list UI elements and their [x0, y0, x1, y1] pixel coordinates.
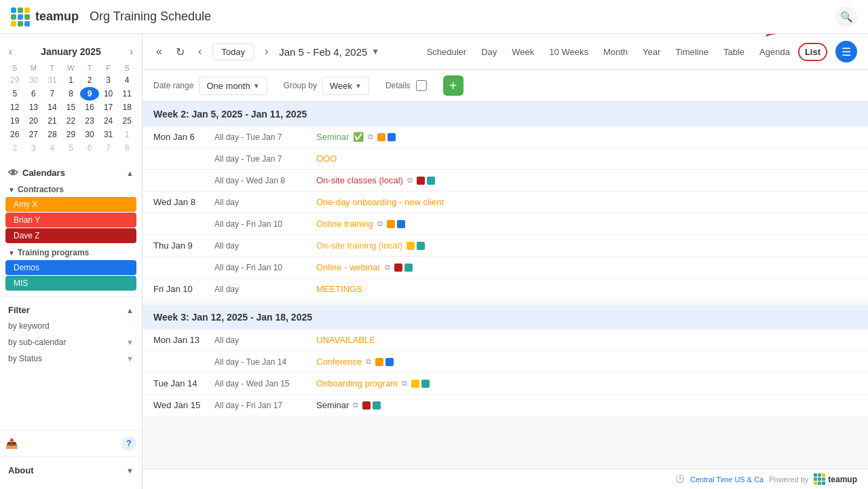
- cal-day[interactable]: 11: [117, 87, 136, 101]
- event-row[interactable]: Wed Jan 8All dayOne-day onboarding - new…: [143, 192, 868, 213]
- event-name[interactable]: Conference⧉: [316, 357, 857, 367]
- cal-day[interactable]: 26: [5, 128, 24, 141]
- cal-day[interactable]: 22: [62, 114, 81, 128]
- tab-scheduler[interactable]: Scheduler: [420, 43, 474, 60]
- cal-day[interactable]: 2: [5, 141, 24, 155]
- cal-day[interactable]: 5: [5, 87, 24, 101]
- cal-day[interactable]: 24: [99, 114, 118, 128]
- tab-day[interactable]: Day: [474, 43, 504, 60]
- cal-day[interactable]: 3: [24, 141, 43, 155]
- training-programs-header[interactable]: ▼ Training programs: [5, 246, 136, 259]
- cal-day[interactable]: 7: [43, 87, 62, 101]
- cal-day[interactable]: 12: [5, 101, 24, 114]
- cal-day[interactable]: 17: [99, 101, 118, 114]
- cal-day[interactable]: 2: [80, 73, 99, 87]
- event-name[interactable]: Online training⧉: [316, 219, 857, 229]
- cal-day[interactable]: 30: [80, 128, 99, 141]
- calendars-header[interactable]: 👁 Calendars ▲: [5, 163, 136, 183]
- cal-day[interactable]: 4: [117, 73, 136, 87]
- sidebar-item-brian[interactable]: Brian Y: [5, 213, 136, 228]
- event-name[interactable]: Seminar⧉: [316, 400, 857, 410]
- cal-day[interactable]: 5: [62, 141, 81, 155]
- cal-day[interactable]: 1: [117, 128, 136, 141]
- event-name[interactable]: MEETINGS: [316, 284, 857, 294]
- tab-list[interactable]: List: [798, 43, 827, 61]
- event-name[interactable]: Onboarding program⧉: [316, 378, 857, 388]
- cal-day[interactable]: 10: [99, 87, 118, 101]
- timezone-link[interactable]: Central Time US & Ca: [690, 475, 763, 484]
- cal-day[interactable]: 13: [24, 101, 43, 114]
- tab-agenda[interactable]: Agenda: [753, 43, 797, 60]
- help-button[interactable]: ?: [121, 436, 136, 451]
- cal-day[interactable]: 18: [117, 101, 136, 114]
- sidebar-item-demos[interactable]: Demos: [5, 260, 136, 275]
- add-event-button[interactable]: +: [443, 75, 464, 96]
- event-name[interactable]: Seminar✅⧉: [316, 132, 857, 142]
- cal-day[interactable]: 6: [80, 141, 99, 155]
- sidebar-item-mis[interactable]: MIS: [5, 276, 136, 291]
- event-name[interactable]: On-site training (local): [316, 240, 857, 251]
- refresh-button[interactable]: ↻: [173, 43, 187, 61]
- event-row[interactable]: Thu Jan 9All dayOn-site training (local): [143, 235, 868, 257]
- event-name[interactable]: UNAVAILABLE: [316, 335, 857, 345]
- cal-day[interactable]: 8: [117, 141, 136, 155]
- event-row[interactable]: All day - Fri Jan 10Online - webinar⧉: [143, 257, 868, 278]
- tab-year[interactable]: Year: [636, 43, 667, 60]
- filter-subcal[interactable]: by sub-calendar ▼: [5, 334, 136, 350]
- cal-day[interactable]: 15: [62, 101, 81, 114]
- event-row[interactable]: Fri Jan 10All dayMEETINGS: [143, 278, 868, 300]
- cal-day[interactable]: 21: [43, 114, 62, 128]
- tab-week[interactable]: Week: [505, 43, 541, 60]
- tab-10weeks[interactable]: 10 Weeks: [542, 43, 595, 60]
- filter-status[interactable]: by Status ▼: [5, 350, 136, 367]
- event-name[interactable]: One-day onboarding - new client: [316, 197, 857, 207]
- event-row[interactable]: Wed Jan 15All day - Fri Jan 17Seminar⧉: [143, 395, 868, 416]
- cal-day[interactable]: 31: [99, 128, 118, 141]
- filter-keyword[interactable]: by keyword: [5, 318, 136, 334]
- cal-day[interactable]: 3: [99, 73, 118, 87]
- contractors-group-header[interactable]: ▼ Contractors: [5, 183, 136, 196]
- sidebar-item-dave[interactable]: Dave Z: [5, 228, 136, 243]
- cal-day[interactable]: 7: [99, 141, 118, 155]
- cal-day[interactable]: 29: [62, 128, 81, 141]
- today-button[interactable]: Today: [212, 43, 254, 60]
- event-row[interactable]: Mon Jan 6All day - Tue Jan 7Seminar✅⧉: [143, 126, 868, 148]
- event-row[interactable]: Mon Jan 13All dayUNAVAILABLE: [143, 329, 868, 351]
- cal-day[interactable]: 23: [80, 114, 99, 128]
- event-row[interactable]: All day - Tue Jan 14Conference⧉: [143, 351, 868, 373]
- event-name[interactable]: Online - webinar⧉: [316, 262, 857, 272]
- date-range-select[interactable]: One month ▼: [199, 77, 267, 95]
- group-by-select[interactable]: Week ▼: [322, 77, 369, 95]
- cal-day[interactable]: 1: [62, 73, 81, 87]
- cal-day[interactable]: 4: [43, 141, 62, 155]
- date-range-display[interactable]: Jan 5 - Feb 4, 2025 ▼: [279, 46, 379, 58]
- event-row[interactable]: All day - Fri Jan 10Online training⧉: [143, 213, 868, 235]
- menu-button[interactable]: ☰: [835, 41, 857, 62]
- cal-day[interactable]: 28: [43, 128, 62, 141]
- prev-period-button[interactable]: ‹: [195, 43, 204, 60]
- event-name[interactable]: OOO: [316, 153, 857, 164]
- next-month-button[interactable]: ›: [126, 45, 136, 58]
- cal-day[interactable]: 29: [5, 73, 24, 87]
- cal-day[interactable]: 6: [24, 87, 43, 101]
- search-button[interactable]: 🔍: [835, 6, 857, 28]
- tab-timeline[interactable]: Timeline: [668, 43, 715, 60]
- cal-day[interactable]: 31: [43, 73, 62, 87]
- about-header[interactable]: About ▼: [5, 463, 136, 478]
- cal-day[interactable]: 14: [43, 101, 62, 114]
- prev-month-button[interactable]: ‹: [5, 45, 16, 58]
- filter-header[interactable]: Filter ▲: [5, 302, 136, 318]
- cal-day[interactable]: 27: [24, 128, 43, 141]
- cal-day[interactable]: 16: [80, 101, 99, 114]
- event-name[interactable]: On-site classes (local)⧉: [316, 175, 857, 185]
- event-row[interactable]: All day - Wed Jan 8On-site classes (loca…: [143, 170, 868, 192]
- event-row[interactable]: Tue Jan 14All day - Wed Jan 15Onboarding…: [143, 373, 868, 395]
- tab-table[interactable]: Table: [717, 43, 751, 60]
- cal-day[interactable]: 20: [24, 114, 43, 128]
- share-button[interactable]: 📤: [5, 437, 18, 450]
- tab-month[interactable]: Month: [597, 43, 635, 60]
- cal-day[interactable]: 30: [24, 73, 43, 87]
- collapse-sidebar-button[interactable]: «: [153, 43, 165, 60]
- cal-day[interactable]: 25: [117, 114, 136, 128]
- next-period-button[interactable]: ›: [262, 43, 271, 60]
